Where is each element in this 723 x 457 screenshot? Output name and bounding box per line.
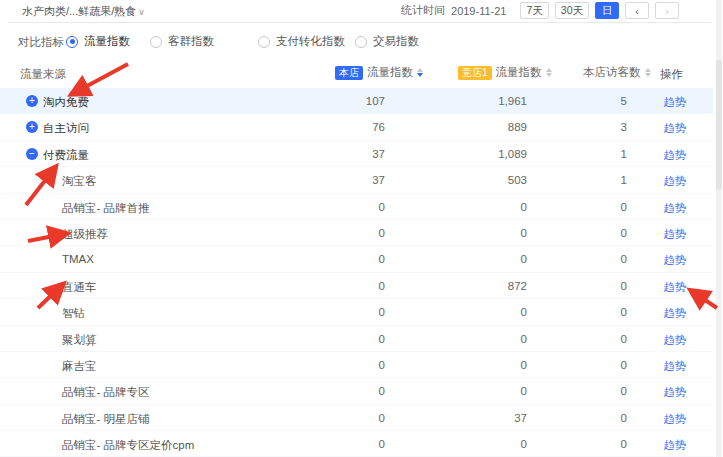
competitor-index-value: 1,089 (420, 148, 527, 160)
competitor-index-value: 0 (420, 438, 527, 450)
shop-index-value: 37 (300, 148, 385, 160)
source-label: 淘宝客 (62, 174, 97, 189)
table-header: 流量来源 本店 流量指数 竞店1 流量指数 本店访客数 操作 (0, 60, 713, 88)
source-label: 品销宝- 品牌首推 (62, 201, 150, 216)
trend-link[interactable]: 趋势 (655, 174, 695, 189)
radio-selected-icon[interactable] (66, 36, 78, 48)
source-label: 付费流量 (43, 148, 89, 163)
visitors-value: 1 (540, 174, 627, 186)
source-label: 聚划算 (62, 333, 97, 348)
visitors-column-header[interactable]: 本店访客数 (583, 65, 651, 80)
table-row: 麻吉宝 0 0 0 趋势 (0, 352, 713, 378)
radio-payment-conversion-index[interactable]: 支付转化指数 (258, 34, 345, 49)
range-day-button[interactable]: 日 (595, 2, 619, 19)
radio-icon[interactable] (355, 36, 367, 48)
range-30d-button[interactable]: 30天 (555, 2, 589, 19)
trend-link[interactable]: 趋势 (655, 306, 695, 321)
competitor-badge: 竞店1 (458, 66, 492, 80)
shop-index-value: 0 (300, 438, 385, 450)
shop-index-value: 37 (300, 174, 385, 186)
expand-plus-icon[interactable]: + (26, 95, 38, 107)
competitor-index-value: 0 (420, 253, 527, 265)
sort-icon[interactable] (645, 68, 651, 77)
visitors-label: 本店访客数 (583, 65, 641, 80)
next-day-button[interactable]: › (655, 2, 679, 19)
topbar: 水产肉类/...鲜蔬果/熟食∨ 统计时间 2019-11-21 7天 30天 日… (0, 0, 723, 23)
trend-link[interactable]: 趋势 (655, 95, 695, 110)
range-7d-button[interactable]: 7天 (520, 2, 548, 19)
visitors-value: 0 (540, 412, 627, 424)
trend-link[interactable]: 趋势 (655, 201, 695, 216)
competitor-index-value: 503 (420, 174, 527, 186)
stat-date-value: 2019-11-21 (451, 5, 506, 17)
visitors-value: 0 (540, 359, 627, 371)
shop-index-value: 0 (300, 306, 385, 318)
visitors-value: 0 (540, 227, 627, 239)
source-label: 智钻 (62, 306, 85, 321)
date-controls: 统计时间 2019-11-21 7天 30天 日 ‹ › (401, 2, 679, 19)
prev-day-button[interactable]: ‹ (625, 2, 649, 19)
radio-label[interactable]: 交易指数 (373, 34, 419, 49)
table-row: 聚划算 0 0 0 趋势 (0, 326, 713, 352)
trend-link[interactable]: 趋势 (655, 385, 695, 400)
shop-index-value: 0 (300, 385, 385, 397)
radio-icon[interactable] (258, 36, 270, 48)
visitors-value: 0 (540, 201, 627, 213)
competitor-index-value: 37 (420, 412, 527, 424)
visitors-value: 0 (540, 438, 627, 450)
collapse-minus-icon[interactable]: − (26, 148, 38, 160)
trend-link[interactable]: 趋势 (655, 333, 695, 348)
trend-link[interactable]: 趋势 (655, 359, 695, 374)
shop-index-value: 107 (300, 95, 385, 107)
competitor-index-value: 872 (420, 280, 527, 292)
source-label: 品销宝- 品牌专区定价cpm (62, 438, 194, 453)
radio-icon[interactable] (150, 36, 162, 48)
shop-badge: 本店 (335, 66, 363, 80)
trend-link[interactable]: 趋势 (655, 280, 695, 295)
radio-label[interactable]: 支付转化指数 (276, 34, 345, 49)
topbar-divider (8, 22, 711, 23)
table-row: − 付费流量 37 1,089 1 趋势 (0, 141, 713, 167)
expand-plus-icon[interactable]: + (26, 121, 38, 133)
trend-link[interactable]: 趋势 (655, 412, 695, 427)
source-label: TMAX (62, 253, 94, 265)
source-label: 自主访问 (43, 121, 89, 136)
chevron-down-icon: ∨ (138, 7, 145, 17)
trend-link[interactable]: 趋势 (655, 148, 695, 163)
trend-link[interactable]: 趋势 (655, 227, 695, 242)
sort-icon[interactable] (546, 68, 552, 77)
radio-customer-index[interactable]: 客群指数 (150, 34, 214, 49)
shop-index-value: 0 (300, 359, 385, 371)
table-row: 超级推荐 0 0 0 趋势 (0, 220, 713, 246)
trend-link[interactable]: 趋势 (655, 438, 695, 453)
scrollbar-thumb[interactable] (716, 60, 722, 190)
sort-icon[interactable] (417, 68, 423, 77)
action-column-header: 操作 (660, 67, 683, 82)
competitor-index-value: 889 (420, 121, 527, 133)
visitors-value: 0 (540, 385, 627, 397)
table-row: 品销宝- 明星店铺 0 37 0 趋势 (0, 405, 713, 431)
table-row: 淘宝客 37 503 1 趋势 (0, 167, 713, 193)
radio-label[interactable]: 客群指数 (168, 34, 214, 49)
competitor-index-value: 0 (420, 359, 527, 371)
radio-trade-index[interactable]: 交易指数 (355, 34, 419, 49)
trend-link[interactable]: 趋势 (655, 121, 695, 136)
competitor-index-column-header[interactable]: 竞店1 流量指数 (458, 65, 552, 80)
shop-index-value: 0 (300, 280, 385, 292)
competitor-index-value: 0 (420, 227, 527, 239)
shop-index-column-header[interactable]: 本店 流量指数 (335, 65, 423, 80)
competitor-index-value: 0 (420, 385, 527, 397)
radio-traffic-index[interactable]: 流量指数 (66, 34, 130, 49)
visitors-value: 0 (540, 333, 627, 345)
trend-link[interactable]: 趋势 (655, 253, 695, 268)
shop-index-value: 0 (300, 412, 385, 424)
competitor-index-value: 0 (420, 306, 527, 318)
radio-label[interactable]: 流量指数 (84, 34, 130, 49)
stat-time-label: 统计时间 (401, 3, 445, 18)
shop-index-value: 0 (300, 201, 385, 213)
table-row: TMAX 0 0 0 趋势 (0, 246, 713, 272)
table-row: 品销宝- 品牌专区定价cpm 0 0 0 趋势 (0, 431, 713, 457)
table-row: + 淘内免费 107 1,961 5 趋势 (0, 88, 713, 114)
shop-index-value: 0 (300, 253, 385, 265)
category-breadcrumb[interactable]: 水产肉类/...鲜蔬果/熟食∨ (22, 4, 145, 19)
